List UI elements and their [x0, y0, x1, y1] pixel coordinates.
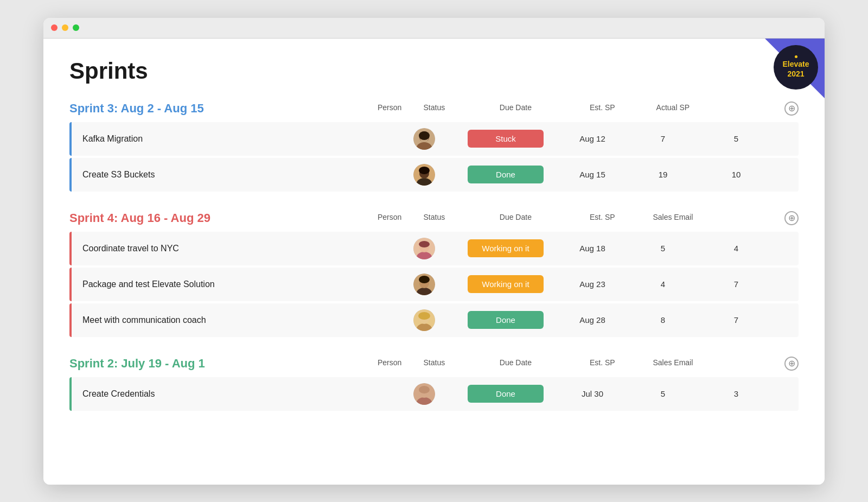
task-due: Aug 18: [554, 244, 630, 253]
row-border: [69, 268, 72, 301]
sprint4-header: Sprint 4: Aug 16 - Aug 29 Person Status …: [69, 211, 799, 225]
task-status: Done: [457, 166, 554, 183]
task-lastcol: 7: [695, 279, 777, 289]
titlebar: [43, 18, 825, 39]
avatar: [413, 238, 435, 259]
maximize-button[interactable]: [73, 24, 79, 31]
task-due: Jul 30: [554, 389, 630, 398]
task-estsp: 5: [630, 389, 695, 398]
task-due: Aug 12: [554, 134, 630, 143]
col-header-add-s2: [705, 358, 787, 367]
sprint4-title: Sprint 4: Aug 16 - Aug 29: [69, 211, 210, 225]
col-header-status-s2: Status: [401, 358, 467, 367]
col-header-person-s2: Person: [378, 358, 401, 367]
task-row: Meet with communication coach Done Aug: [69, 303, 799, 337]
svg-point-20: [418, 312, 430, 320]
col-header-add-s4: [705, 213, 787, 221]
avatar: [413, 309, 435, 331]
task-person: [392, 309, 457, 331]
page-title: Sprints: [69, 58, 799, 84]
row-border: [69, 377, 72, 411]
sprint2-header: Sprint 2: July 19 - Aug 1 Person Status …: [69, 357, 799, 371]
status-badge: Working on it: [468, 275, 544, 293]
row-border: [69, 122, 72, 156]
task-estsp: 7: [630, 134, 695, 143]
avatar: [413, 274, 435, 295]
task-name: Kafka Migration: [69, 134, 392, 144]
svg-point-4: [419, 131, 430, 140]
col-header-estsp-s3: Est. SP: [564, 103, 640, 112]
main-content: Elevate2021 Sprints Sprint 3: Aug 2 - Au…: [43, 39, 825, 485]
sprint2-title: Sprint 2: July 19 - Aug 1: [69, 357, 205, 371]
col-header-status-s3: Status: [401, 103, 467, 112]
task-person: [392, 128, 457, 150]
task-row: Create S3 Buckets Done Aug 15: [69, 158, 799, 192]
col-header-estsp-s4: Est. SP: [564, 213, 640, 221]
col-header-person-s4: Person: [378, 213, 401, 221]
avatar: [413, 383, 435, 405]
task-row: Kafka Migration Stuck A: [69, 122, 799, 156]
col-header-due-s3: Due Date: [467, 103, 564, 112]
col-header-due-s4: Due Date: [467, 213, 564, 221]
sprint3-add-button[interactable]: ⊕: [784, 101, 799, 116]
task-row: Create Credentials Done Jul 30: [69, 377, 799, 411]
status-badge: Stuck: [468, 130, 544, 148]
task-row: Package and test Elevate Solution Workin…: [69, 268, 799, 301]
task-person: [392, 164, 457, 186]
col-header-estsp-s2: Est. SP: [564, 358, 640, 367]
avatar: [413, 128, 435, 150]
task-due: Aug 28: [554, 315, 630, 325]
col-header-add-s3: [705, 103, 787, 112]
task-name: Coordinate travel to NYC: [69, 244, 392, 253]
minimize-button[interactable]: [62, 24, 68, 31]
task-name: Create S3 Buckets: [69, 170, 392, 180]
sprint3-header: Sprint 3: Aug 2 - Aug 15 Person Status D…: [69, 101, 799, 116]
sprint3-title: Sprint 3: Aug 2 - Aug 15: [69, 101, 204, 116]
task-lastcol: 7: [695, 315, 777, 325]
task-status: Stuck: [457, 130, 554, 148]
task-person: [392, 383, 457, 405]
svg-point-12: [419, 241, 430, 247]
svg-point-16: [419, 276, 430, 283]
row-border: [69, 158, 72, 192]
svg-point-24: [419, 386, 430, 393]
task-name: Meet with communication coach: [69, 315, 392, 325]
task-lastcol: 4: [695, 244, 777, 253]
task-due: Aug 23: [554, 279, 630, 289]
task-name: Create Credentials: [69, 389, 392, 399]
task-lastcol: 10: [695, 170, 777, 179]
task-person: [392, 274, 457, 295]
task-estsp: 5: [630, 244, 695, 253]
task-estsp: 8: [630, 315, 695, 325]
status-badge: Working on it: [468, 239, 544, 257]
task-status: Done: [457, 385, 554, 403]
col-header-status-s4: Status: [401, 213, 467, 221]
task-row: Coordinate travel to NYC Working on it: [69, 232, 799, 265]
col-header-lastcol-s3: Actual SP: [640, 103, 705, 112]
task-name: Package and test Elevate Solution: [69, 279, 392, 289]
task-lastcol: 5: [695, 134, 777, 143]
sprint-section-sprint4: Sprint 4: Aug 16 - Aug 29 Person Status …: [69, 211, 799, 337]
task-person: [392, 238, 457, 259]
task-estsp: 4: [630, 279, 695, 289]
status-badge: Done: [468, 311, 544, 329]
status-badge: Done: [468, 166, 544, 183]
app-window: Elevate2021 Sprints Sprint 3: Aug 2 - Au…: [43, 18, 825, 485]
sprint4-add-button[interactable]: ⊕: [784, 211, 799, 225]
sprint2-add-button[interactable]: ⊕: [784, 357, 799, 371]
col-header-person-s3: Person: [378, 103, 401, 112]
col-header-lastcol-s2: Sales Email: [640, 358, 705, 367]
badge-dot: [795, 55, 797, 58]
badge-text: Elevate2021: [782, 59, 809, 79]
svg-point-8: [419, 167, 430, 174]
close-button[interactable]: [51, 24, 58, 31]
task-status: Working on it: [457, 239, 554, 257]
row-border: [69, 232, 72, 265]
elevate-badge: Elevate2021: [765, 39, 825, 98]
task-lastcol: 3: [695, 389, 777, 398]
task-estsp: 19: [630, 170, 695, 179]
col-header-lastcol-s4: Sales Email: [640, 213, 705, 221]
sprint-section-sprint3: Sprint 3: Aug 2 - Aug 15 Person Status D…: [69, 101, 799, 192]
task-status: Working on it: [457, 275, 554, 293]
row-border: [69, 303, 72, 337]
